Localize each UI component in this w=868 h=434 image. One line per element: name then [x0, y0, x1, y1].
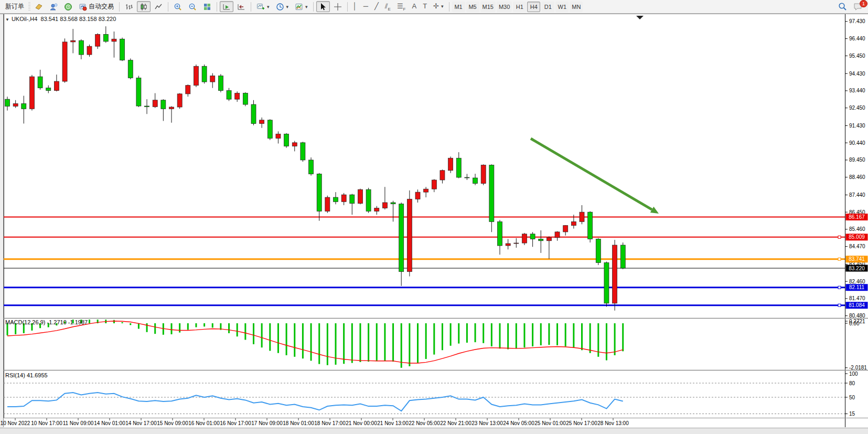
candle-body: [571, 221, 576, 225]
candle-body: [243, 93, 248, 105]
vertical-line-tool-button[interactable]: │: [350, 1, 360, 12]
toolbar-separator: [168, 2, 168, 12]
equidistant-channel-tool-button[interactable]: ⫽E: [382, 2, 393, 13]
candle-body: [440, 171, 445, 180]
timeframe-h4-button[interactable]: H4: [527, 2, 540, 12]
autotrading-icon: [79, 3, 87, 11]
candle-body: [522, 234, 527, 243]
candle-body: [325, 197, 330, 211]
timeframe-d1-button[interactable]: D1: [541, 2, 554, 12]
candle-body: [251, 104, 256, 123]
hline-handle-85.009[interactable]: [838, 236, 841, 238]
candle-body: [489, 165, 494, 222]
trendline-tool-button[interactable]: ╱: [372, 1, 381, 12]
horizontal-line-tool-button[interactable]: ─: [361, 1, 371, 12]
hline-handle-83.741[interactable]: [838, 258, 841, 260]
hline-handle-81.084[interactable]: [838, 304, 841, 306]
date-tick-label: 10 Nov 2022: [1, 420, 30, 426]
candle-body: [145, 106, 149, 107]
candle-body: [580, 212, 584, 221]
price-tick-label: 96.440: [849, 36, 865, 41]
candle-body: [604, 262, 609, 303]
macd-tick-label: -2.0181: [849, 365, 867, 371]
date-tick-label: 24 Nov 05:00: [503, 420, 534, 426]
candle-body: [194, 66, 198, 85]
candle-body: [498, 221, 502, 246]
search-button[interactable]: [835, 1, 850, 12]
chevron-down-icon: ▾: [267, 4, 270, 9]
candle-body: [169, 107, 174, 109]
candle-body: [46, 88, 51, 91]
price-tick-label: 95.450: [849, 53, 865, 59]
crosshair-tool-button[interactable]: [331, 1, 345, 12]
tile-windows-button[interactable]: [200, 1, 214, 12]
text-label-tool-button[interactable]: T: [420, 1, 430, 12]
equidistant-channel-icon: ⫽E: [385, 3, 391, 12]
cursor-tool-button[interactable]: [316, 1, 330, 12]
metaeditor-icon: [35, 3, 43, 11]
candle-body: [62, 42, 67, 81]
candle-body: [260, 120, 264, 124]
chevron-down-icon: ▾: [441, 4, 444, 9]
candle-body: [120, 39, 125, 60]
trendline-icon: ╱: [374, 3, 379, 9]
chart-shift-button[interactable]: [234, 1, 248, 12]
candle-body: [563, 226, 568, 232]
candle-body: [161, 100, 166, 109]
timeframe-h1-button[interactable]: H1: [513, 2, 526, 12]
date-tick-label: 14 Nov 17:00: [125, 420, 157, 426]
timeframe-m30-button[interactable]: M30: [497, 2, 512, 12]
price-tick-label: 93.440: [849, 88, 865, 93]
line-chart-mode-button[interactable]: [152, 1, 165, 12]
arrows-tool-button[interactable]: ✢▾: [431, 1, 446, 12]
timeframe-m1-button[interactable]: M1: [452, 2, 465, 12]
date-tick-label: 16 Nov 17:00: [220, 420, 251, 426]
chart-window[interactable]: ▼UKOil-,H4 83.541 83.568 83.158 83.220 9…: [0, 0, 868, 434]
date-tick-label: 21 Nov 00:00: [346, 420, 377, 426]
timeframe-w1-button[interactable]: W1: [555, 2, 569, 12]
candle-body: [596, 239, 601, 262]
auto-scroll-button[interactable]: [220, 1, 233, 12]
autotrading-button[interactable]: 自动交易: [76, 1, 116, 12]
zoom-in-icon: [174, 3, 182, 11]
toolbar-separator: [347, 2, 348, 12]
timeframe-m5-button[interactable]: M5: [466, 2, 479, 12]
candle-body: [341, 195, 346, 202]
notifications-button[interactable]: 1: [851, 1, 865, 12]
candle-body: [456, 158, 461, 177]
zoom-out-button[interactable]: [186, 1, 199, 12]
timeframe-group: M1M5M15M30H1H4D1W1MN: [452, 2, 584, 12]
candle-body: [309, 160, 314, 174]
text-tool-button[interactable]: A: [409, 1, 419, 12]
chart-shift-marker[interactable]: [636, 16, 644, 19]
candle-body: [267, 120, 272, 139]
indicators-button[interactable]: ▾: [254, 1, 272, 12]
zoom-in-button[interactable]: [171, 1, 185, 12]
candle-body: [448, 158, 453, 170]
trend-arrow[interactable]: [531, 139, 652, 209]
chart-canvas[interactable]: 97.43096.44095.45094.43093.44092.45091.4…: [0, 0, 868, 434]
new-order-button[interactable]: 新订单: [3, 1, 27, 12]
templates-button[interactable]: ▾: [292, 1, 310, 12]
hline-handle-82.111[interactable]: [838, 286, 841, 289]
candle-body: [539, 239, 543, 240]
date-tick-label: 28 Nov 13:00: [597, 420, 629, 426]
fibonacci-tool-button[interactable]: ☰F: [394, 2, 409, 13]
chart-shift-icon: [237, 3, 245, 11]
bar-chart-mode-button[interactable]: [122, 1, 136, 12]
date-tick-label: 11 Nov 09:00: [63, 420, 94, 426]
candle-body: [334, 197, 338, 202]
signals-button[interactable]: [61, 1, 75, 12]
price-badge-label: 81.084: [849, 302, 865, 308]
timeframe-mn-button[interactable]: MN: [570, 2, 583, 12]
metaeditor-button[interactable]: [32, 1, 46, 12]
mql5-community-button[interactable]: [47, 1, 60, 12]
cursor-icon: [319, 3, 327, 11]
tile-windows-icon: [203, 3, 211, 11]
periods-button[interactable]: ▾: [273, 1, 292, 12]
timeframe-m15-button[interactable]: M15: [480, 2, 496, 12]
auto-scroll-icon: [222, 3, 231, 11]
price-badge-label: 82.111: [849, 284, 865, 290]
date-tick-label: 17 Nov 09:00: [251, 420, 283, 426]
candlestick-mode-button[interactable]: [137, 1, 151, 12]
